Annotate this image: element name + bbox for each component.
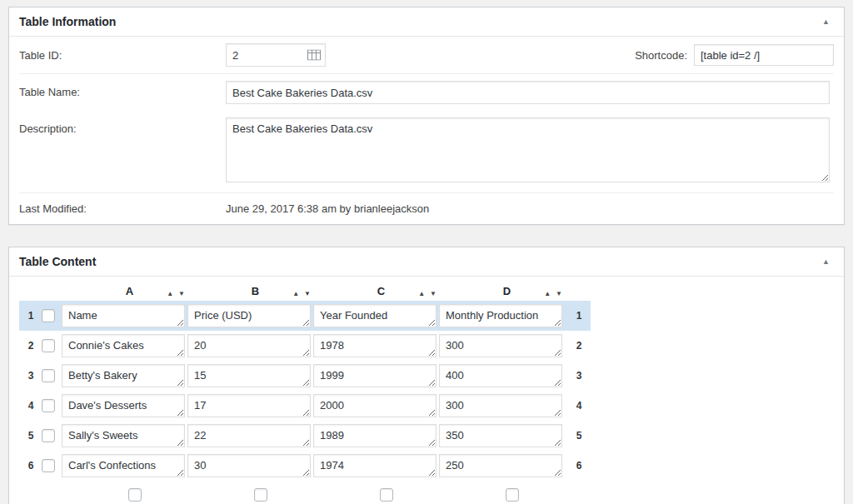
- cell-input[interactable]: [187, 364, 311, 387]
- sort-down-icon[interactable]: ▼: [553, 290, 565, 298]
- column-header-b: B▲▼: [192, 285, 318, 297]
- sort-arrows: ▲▼: [416, 286, 439, 298]
- row-number: 1: [24, 310, 37, 322]
- row-checkbox[interactable]: [42, 339, 55, 352]
- row-number: 2: [572, 340, 586, 352]
- sort-up-icon[interactable]: ▲: [290, 290, 302, 298]
- cell-input[interactable]: [187, 424, 311, 447]
- sort-arrows: ▲▼: [290, 286, 313, 298]
- column-header-c: C▲▼: [318, 285, 444, 297]
- cell-input[interactable]: [439, 394, 562, 417]
- column-checkbox-cell: [449, 488, 575, 502]
- sort-up-icon[interactable]: ▲: [164, 290, 176, 298]
- cell-input[interactable]: [187, 334, 311, 357]
- table-name-row: Table Name:: [19, 74, 834, 111]
- cell-input[interactable]: [313, 334, 436, 357]
- cell-input[interactable]: [62, 454, 185, 477]
- row-checkbox[interactable]: [42, 369, 55, 382]
- table-id-row: Table ID: Shortcode:: [19, 37, 834, 74]
- sort-arrows: ▲▼: [164, 286, 187, 298]
- column-checkbox-row: [72, 488, 834, 502]
- column-header-a: A▲▼: [67, 285, 192, 297]
- column-letter: A: [126, 285, 133, 297]
- cell-input[interactable]: [62, 424, 185, 447]
- table-information-panel: Table Information ▲ Table ID: Shortcode:: [8, 7, 845, 225]
- table-content-panel: Table Content ▲ A▲▼B▲▼C▲▼D▲▼ 11223344556…: [8, 247, 845, 504]
- cell-input[interactable]: [313, 364, 436, 387]
- last-modified-value: June 29, 2017 6:38 am by brianleejackson: [226, 202, 429, 215]
- cell-input[interactable]: [62, 304, 185, 327]
- cell-input[interactable]: [62, 334, 185, 357]
- collapse-toggle-icon[interactable]: ▲: [818, 256, 834, 268]
- table-content-header[interactable]: Table Content ▲: [9, 247, 844, 277]
- row-number: 4: [24, 400, 37, 412]
- shortcode-input[interactable]: [694, 44, 834, 66]
- cell-input[interactable]: [439, 424, 562, 447]
- column-checkbox-cell: [197, 488, 323, 502]
- sort-up-icon[interactable]: ▲: [541, 290, 553, 298]
- cell-input[interactable]: [313, 304, 436, 327]
- panel-title: Table Information: [19, 15, 116, 28]
- row-number: 1: [572, 310, 586, 322]
- cell-input[interactable]: [439, 304, 562, 327]
- column-letter: C: [377, 285, 385, 297]
- column-checkbox[interactable]: [380, 488, 393, 502]
- table-information-body: Table ID: Shortcode: Table Name:: [9, 37, 844, 224]
- column-letter: B: [252, 285, 259, 297]
- description-label: Description:: [19, 117, 226, 135]
- description-textarea[interactable]: Best Cake Bakeries Data.csv: [226, 117, 830, 182]
- row-number: 6: [572, 460, 586, 472]
- cell-input[interactable]: [313, 424, 436, 447]
- sort-down-icon[interactable]: ▼: [176, 290, 187, 298]
- column-header-row: A▲▼B▲▼C▲▼D▲▼: [67, 285, 834, 297]
- sort-up-icon[interactable]: ▲: [416, 290, 427, 298]
- cell-input[interactable]: [62, 394, 185, 417]
- table-id-input-wrap: [226, 43, 326, 67]
- table-name-input[interactable]: [226, 81, 830, 104]
- cell-input[interactable]: [313, 454, 436, 477]
- sort-arrows: ▲▼: [541, 286, 565, 298]
- row-number: 2: [24, 340, 37, 352]
- table-grid-icon[interactable]: [307, 50, 321, 61]
- table-row: 66: [19, 451, 591, 481]
- description-row: Description: Best Cake Bakeries Data.csv: [19, 111, 834, 192]
- shortcode-group: Shortcode:: [635, 44, 834, 66]
- last-modified-label: Last Modified:: [19, 202, 226, 215]
- column-letter: D: [503, 285, 511, 297]
- sort-down-icon[interactable]: ▼: [302, 290, 313, 298]
- cell-input[interactable]: [187, 394, 311, 417]
- panel-title: Table Content: [19, 255, 96, 268]
- sort-down-icon[interactable]: ▼: [427, 290, 439, 298]
- table-row: 44: [19, 391, 591, 421]
- last-modified-row: Last Modified: June 29, 2017 6:38 am by …: [19, 192, 834, 224]
- row-number: 3: [24, 370, 37, 382]
- row-number: 4: [572, 400, 586, 412]
- column-checkbox[interactable]: [128, 488, 142, 502]
- table-name-label: Table Name:: [19, 81, 226, 98]
- cell-input[interactable]: [439, 334, 562, 357]
- cell-input[interactable]: [313, 394, 436, 417]
- table-information-header[interactable]: Table Information ▲: [9, 7, 844, 37]
- cell-input[interactable]: [439, 364, 562, 387]
- table-content-body: A▲▼B▲▼C▲▼D▲▼ 112233445566: [9, 277, 844, 504]
- row-number: 5: [24, 430, 37, 442]
- cell-input[interactable]: [187, 304, 311, 327]
- collapse-toggle-icon[interactable]: ▲: [818, 16, 834, 28]
- cell-input[interactable]: [62, 364, 185, 387]
- row-checkbox[interactable]: [42, 309, 55, 322]
- cell-input[interactable]: [187, 454, 311, 477]
- row-checkbox[interactable]: [42, 429, 55, 442]
- cell-input[interactable]: [439, 454, 562, 477]
- table-id-label: Table ID:: [19, 49, 226, 62]
- row-number: 6: [24, 460, 37, 472]
- table-row: 33: [19, 361, 591, 391]
- cell-grid: 112233445566: [19, 301, 834, 481]
- row-checkbox[interactable]: [42, 459, 55, 472]
- column-header-d: D▲▼: [444, 285, 570, 297]
- column-checkbox-cell: [72, 488, 197, 502]
- column-checkbox[interactable]: [506, 488, 519, 502]
- row-checkbox[interactable]: [42, 399, 55, 412]
- column-checkbox[interactable]: [254, 488, 267, 502]
- row-number: 5: [572, 430, 586, 442]
- table-row: 55: [19, 421, 591, 451]
